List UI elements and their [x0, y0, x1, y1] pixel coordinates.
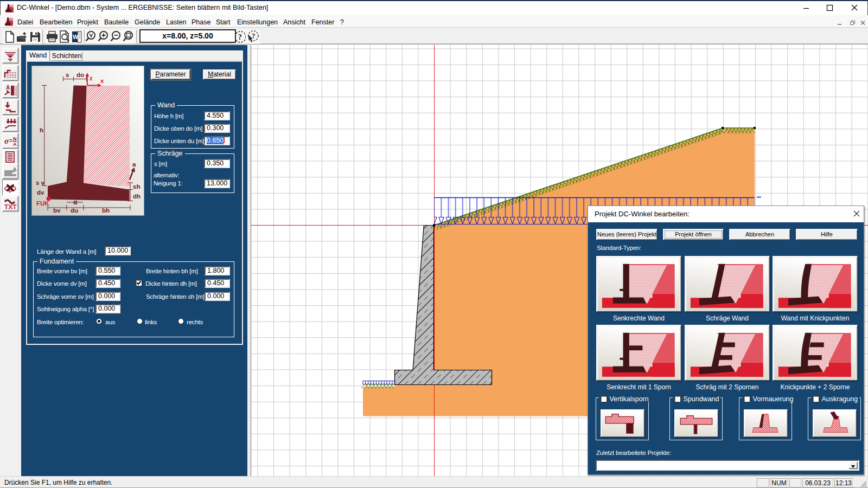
- svg-text:σ: σ: [4, 137, 9, 145]
- svg-text:?: ?: [252, 31, 256, 40]
- svg-text:do: do: [76, 72, 84, 78]
- svg-text:s v: s v: [36, 179, 45, 186]
- svg-text:dh: dh: [133, 193, 141, 200]
- svg-text:s: s: [66, 72, 69, 78]
- svg-text:sh: sh: [133, 183, 140, 190]
- svg-text:bh: bh: [102, 207, 110, 214]
- svg-text:a: a: [132, 161, 136, 168]
- svg-text:A: A: [6, 85, 10, 91]
- svg-text:A: A: [13, 142, 17, 147]
- svg-text:α: α: [73, 198, 78, 206]
- svg-text:N: N: [13, 136, 17, 142]
- svg-text:du: du: [71, 207, 78, 214]
- svg-text:W: W: [73, 34, 79, 40]
- svg-text:h: h: [40, 127, 43, 133]
- svg-text:=: =: [9, 138, 12, 144]
- svg-text:TXT: TXT: [4, 203, 17, 211]
- svg-text:z: z: [90, 75, 93, 81]
- svg-text:?: ?: [238, 33, 242, 41]
- svg-text:bv: bv: [53, 207, 61, 214]
- svg-text:FUK: FUK: [36, 200, 49, 207]
- svg-text:dv: dv: [37, 189, 44, 196]
- svg-text:x: x: [100, 78, 104, 84]
